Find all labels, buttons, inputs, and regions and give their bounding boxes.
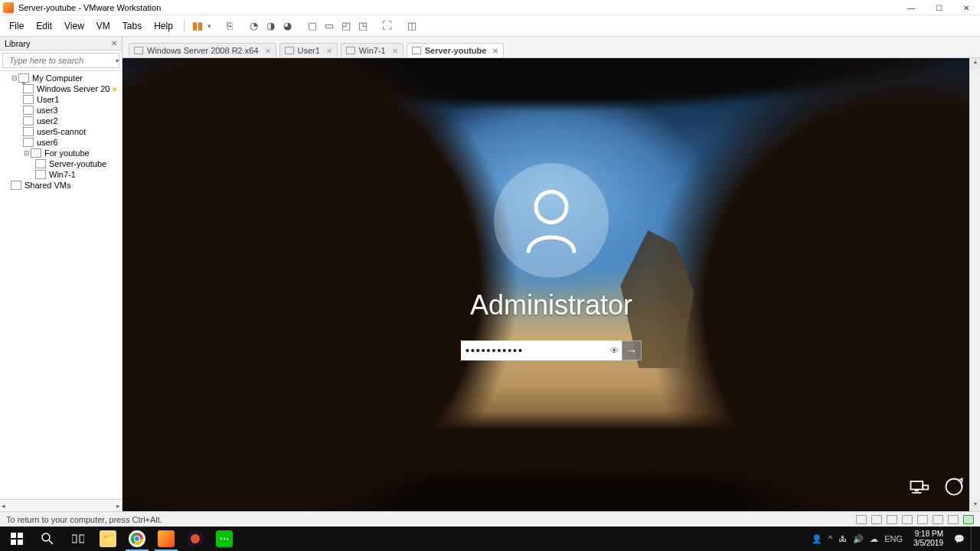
- tree-vm-item[interactable]: Win7-1: [0, 169, 122, 180]
- show-desktop-button[interactable]: [971, 527, 975, 551]
- pause-vm-button[interactable]: ▮▮: [189, 18, 206, 34]
- taskview-icon: [72, 533, 84, 544]
- system-tray: 👤 ^ 🖧 🔊 ☁ ENG 9:18 PM 3/5/2019 💬: [812, 527, 978, 551]
- tab-close-icon[interactable]: ✕: [392, 47, 398, 55]
- library-search[interactable]: ▾: [2, 53, 119, 68]
- vm-tab-active[interactable]: Server-youtube✕: [407, 43, 505, 57]
- tree-vm-item[interactable]: user5-cannot: [0, 126, 122, 137]
- menu-file[interactable]: File: [3, 18, 30, 34]
- vm-tab[interactable]: Windows Server 2008 R2 x64✕: [129, 43, 276, 57]
- vm-viewport[interactable]: Administrator 👁 → ▴▾: [122, 58, 980, 511]
- free-stretch-button[interactable]: ◳: [354, 18, 371, 34]
- menu-edit[interactable]: Edit: [30, 18, 58, 34]
- window-maximize-button[interactable]: ☐: [925, 0, 952, 15]
- fit-guest-button[interactable]: ▢: [304, 18, 321, 34]
- password-input[interactable]: [466, 344, 617, 357]
- tray-clock[interactable]: 9:18 PM 3/5/2019: [909, 530, 948, 548]
- device-usb-icon[interactable]: [902, 515, 913, 524]
- device-cd-icon[interactable]: [871, 515, 882, 524]
- tree-my-computer[interactable]: ⊟My Computer: [0, 73, 122, 83]
- device-printer-icon[interactable]: [933, 515, 943, 524]
- tree-folder[interactable]: ⊟For youtube: [0, 148, 122, 158]
- login-username: Administrator: [470, 289, 632, 321]
- window-close-button[interactable]: ✕: [952, 0, 980, 15]
- svg-rect-10: [11, 540, 16, 545]
- tray-people-icon[interactable]: 👤: [812, 534, 822, 544]
- power-dropdown[interactable]: ▾: [206, 22, 214, 30]
- menu-bar: File Edit View VM Tabs Help ▮▮ ▾ ⎘ ◔ ◑ ◕…: [0, 15, 980, 37]
- tab-close-icon[interactable]: ✕: [492, 47, 498, 55]
- chrome-icon: [130, 532, 144, 546]
- svg-point-2: [536, 192, 567, 223]
- unity-button[interactable]: ◫: [403, 18, 420, 34]
- snapshot-take-button[interactable]: ◔: [246, 18, 263, 34]
- taskbar-search-button[interactable]: [32, 527, 63, 551]
- tab-close-icon[interactable]: ✕: [326, 47, 332, 55]
- library-close-button[interactable]: ✕: [111, 39, 117, 47]
- svg-rect-3: [911, 481, 923, 490]
- tray-onedrive-icon[interactable]: ☁: [870, 534, 878, 544]
- snapshot-revert-button[interactable]: ◑: [263, 18, 279, 34]
- tree-vm-item[interactable]: Server-youtube: [0, 158, 122, 169]
- tree-vm-item[interactable]: User1: [0, 94, 122, 105]
- windows-logo-icon: [11, 533, 23, 545]
- library-sidebar: Library ✕ ▾ ⊟My Computer Windows Server …: [0, 37, 122, 511]
- vm-tab[interactable]: Win7-1✕: [341, 43, 403, 57]
- menu-help[interactable]: Help: [148, 18, 179, 34]
- vm-tab[interactable]: User1✕: [279, 43, 338, 57]
- vmware-statusbar: To return to your computer, press Ctrl+A…: [0, 511, 980, 527]
- device-message-icon[interactable]: [963, 515, 974, 524]
- search-icon: [41, 533, 54, 545]
- tray-chevron-up-icon[interactable]: ^: [828, 534, 832, 543]
- tree-vm-item[interactable]: user3: [0, 105, 122, 116]
- device-net-icon[interactable]: [887, 515, 897, 524]
- taskbar-app-recorder[interactable]: [181, 527, 210, 551]
- tray-language-indicator[interactable]: ENG: [884, 534, 903, 543]
- app-icon: [3, 2, 14, 13]
- tree-vm-item[interactable]: user2: [0, 116, 122, 126]
- favorite-star-icon: ★: [111, 85, 118, 93]
- stretch-button[interactable]: ◰: [338, 18, 354, 34]
- send-ctrlaltdel-button[interactable]: ⎘: [221, 18, 238, 34]
- taskbar-app-vmware[interactable]: [152, 527, 181, 551]
- search-dropdown-icon[interactable]: ▾: [116, 57, 119, 64]
- svg-rect-4: [915, 490, 919, 492]
- tab-close-icon[interactable]: ✕: [265, 47, 271, 55]
- svg-rect-9: [18, 533, 23, 538]
- device-icons: [856, 515, 974, 524]
- device-sound-icon[interactable]: [917, 515, 928, 524]
- menu-vm[interactable]: VM: [90, 18, 116, 34]
- task-view-button[interactable]: [63, 527, 93, 551]
- network-icon[interactable]: [908, 476, 929, 497]
- ease-of-access-icon[interactable]: [943, 476, 965, 497]
- taskbar-app-explorer[interactable]: 📁: [93, 527, 122, 551]
- tray-notifications-icon[interactable]: 💬: [954, 534, 965, 544]
- reveal-password-icon[interactable]: 👁: [610, 346, 619, 355]
- host-taskbar: 📁 ⋯ 👤 ^ 🖧 🔊 ☁ ENG 9:18 PM 3/5/2019 💬: [0, 527, 980, 551]
- menu-view[interactable]: View: [58, 18, 90, 34]
- fullscreen-button[interactable]: ⛶: [379, 18, 396, 34]
- clock-date: 3/5/2019: [913, 539, 943, 548]
- menu-tabs[interactable]: Tabs: [116, 18, 148, 34]
- library-search-input[interactable]: [9, 56, 116, 65]
- tree-shared-vms[interactable]: Shared VMs: [0, 180, 122, 191]
- taskbar-app-chrome[interactable]: [122, 527, 152, 551]
- start-button[interactable]: [2, 527, 32, 551]
- sidebar-horizontal-scrollbar[interactable]: ◂▸: [0, 499, 122, 511]
- device-hdd-icon[interactable]: [856, 515, 867, 524]
- fit-window-button[interactable]: ▭: [321, 18, 338, 34]
- device-display-icon[interactable]: [948, 515, 959, 524]
- tray-volume-icon[interactable]: 🔊: [853, 534, 864, 544]
- taskbar-app-line[interactable]: ⋯: [210, 527, 239, 551]
- login-submit-button[interactable]: →: [622, 341, 642, 360]
- user-avatar: [494, 163, 609, 278]
- tree-vm-item[interactable]: Windows Server 20★: [0, 83, 122, 94]
- tree-vm-item[interactable]: user6: [0, 137, 122, 148]
- window-minimize-button[interactable]: —: [897, 0, 925, 15]
- vm-icon: [285, 47, 294, 54]
- snapshot-manager-button[interactable]: ◕: [279, 18, 296, 34]
- viewport-vertical-scrollbar[interactable]: ▴▾: [969, 58, 980, 511]
- password-field-container: 👁: [461, 341, 622, 360]
- library-tree: ⊟My Computer Windows Server 20★ User1 us…: [0, 71, 122, 499]
- tray-network-icon[interactable]: 🖧: [838, 534, 847, 543]
